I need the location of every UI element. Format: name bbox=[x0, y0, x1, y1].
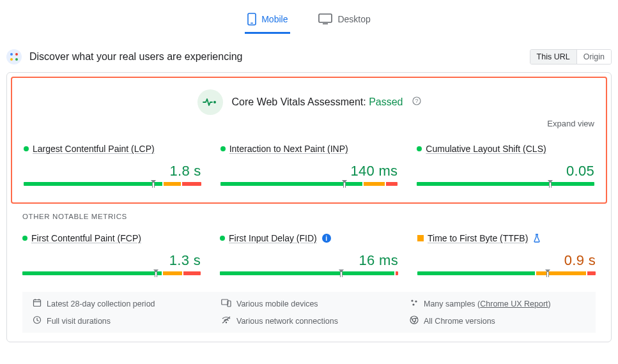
chrome-icon bbox=[410, 315, 419, 326]
crux-logo-icon bbox=[6, 49, 22, 64]
metric-value: 16 ms bbox=[220, 252, 398, 269]
page-title: Discover what your real users are experi… bbox=[29, 51, 242, 63]
metric-value: 1.8 s bbox=[24, 163, 201, 179]
other-metrics-heading: OTHER NOTABLE METRICS bbox=[22, 213, 596, 220]
metric-fcp: First Contentful Paint (FCP)1.3 s bbox=[22, 233, 201, 278]
status-indicator bbox=[220, 236, 225, 241]
tab-mobile-label: Mobile bbox=[261, 14, 288, 24]
distribution-bar bbox=[417, 182, 594, 188]
svg-rect-11 bbox=[34, 300, 41, 307]
metric-value: 1.3 s bbox=[22, 252, 201, 269]
metric-name[interactable]: Cumulative Layout Shift (CLS) bbox=[426, 144, 546, 154]
metric-cls: Cumulative Layout Shift (CLS)0.05 bbox=[417, 144, 594, 188]
footer-devices: Various mobile devices bbox=[221, 298, 397, 309]
status-indicator bbox=[417, 235, 424, 241]
clock-icon bbox=[33, 315, 42, 326]
svg-point-7 bbox=[15, 58, 18, 61]
tab-mobile[interactable]: Mobile bbox=[245, 9, 290, 34]
metric-name[interactable]: First Input Delay (FID) bbox=[229, 233, 317, 243]
footer-samples: Many samples (Chrome UX Report) bbox=[410, 298, 585, 309]
info-icon[interactable]: i bbox=[322, 234, 331, 243]
scope-this-url[interactable]: This URL bbox=[530, 50, 576, 64]
tab-desktop[interactable]: Desktop bbox=[316, 9, 373, 34]
footer-network: Various network connections bbox=[221, 315, 397, 326]
distribution-bar bbox=[220, 271, 398, 278]
svg-point-8 bbox=[213, 101, 216, 103]
devices-icon bbox=[221, 299, 231, 309]
footer-versions: All Chrome versions bbox=[410, 315, 585, 326]
flask-icon[interactable] bbox=[533, 234, 541, 243]
percentile-marker bbox=[339, 269, 344, 277]
footer-info: Latest 28-day collection period Various … bbox=[22, 292, 596, 333]
percentile-marker bbox=[153, 269, 158, 277]
svg-point-5 bbox=[15, 53, 18, 56]
status-indicator bbox=[22, 236, 27, 241]
svg-point-18 bbox=[415, 300, 417, 302]
svg-rect-15 bbox=[222, 300, 228, 305]
percentile-marker bbox=[545, 269, 550, 277]
field-data-card: Core Web Vitals Assessment: Passed ? Exp… bbox=[6, 72, 612, 342]
svg-rect-3 bbox=[323, 24, 328, 25]
percentile-marker bbox=[548, 180, 553, 188]
assessment-status: Passed bbox=[369, 96, 403, 107]
distribution-bar bbox=[220, 182, 398, 188]
samples-icon bbox=[410, 298, 419, 309]
footer-visit: Full visit durations bbox=[33, 315, 208, 326]
distribution-bar bbox=[417, 271, 596, 278]
scope-origin[interactable]: Origin bbox=[576, 50, 611, 64]
svg-point-6 bbox=[10, 58, 13, 61]
metric-value: 0.9 s bbox=[417, 252, 596, 269]
distribution-bar bbox=[24, 182, 201, 188]
network-icon bbox=[221, 316, 231, 326]
svg-point-4 bbox=[10, 53, 13, 56]
metric-name[interactable]: Largest Contentful Paint (LCP) bbox=[33, 144, 155, 154]
metric-value: 140 ms bbox=[220, 163, 398, 179]
pulse-icon bbox=[197, 89, 223, 115]
distribution-bar bbox=[22, 271, 201, 278]
metric-inp: Interaction to Next Paint (INP)140 ms bbox=[220, 144, 398, 188]
status-indicator bbox=[417, 146, 422, 151]
device-tabs: Mobile Desktop bbox=[0, 5, 618, 34]
mobile-icon bbox=[247, 13, 256, 26]
percentile-marker bbox=[342, 180, 347, 188]
svg-text:?: ? bbox=[415, 98, 418, 104]
metric-name[interactable]: First Contentful Paint (FCP) bbox=[31, 233, 141, 243]
metric-value: 0.05 bbox=[417, 163, 594, 179]
status-indicator bbox=[24, 146, 29, 151]
svg-point-19 bbox=[412, 303, 414, 305]
core-web-vitals-section: Core Web Vitals Assessment: Passed ? Exp… bbox=[11, 77, 607, 204]
percentile-marker bbox=[151, 180, 156, 188]
scope-toggle: This URL Origin bbox=[530, 49, 612, 64]
chrome-ux-report-link[interactable]: Chrome UX Report bbox=[480, 300, 548, 308]
metric-name[interactable]: Interaction to Next Paint (INP) bbox=[229, 144, 348, 154]
svg-rect-1 bbox=[251, 23, 253, 24]
metric-fid: First Input Delay (FID)i16 ms bbox=[220, 233, 398, 278]
metric-lcp: Largest Contentful Paint (LCP)1.8 s bbox=[24, 144, 201, 188]
metric-name[interactable]: Time to First Byte (TTFB) bbox=[428, 233, 528, 243]
calendar-icon bbox=[33, 298, 42, 309]
help-icon[interactable]: ? bbox=[412, 96, 421, 108]
assessment-label: Core Web Vitals Assessment: Passed bbox=[232, 96, 403, 108]
svg-rect-2 bbox=[319, 14, 332, 22]
status-indicator bbox=[220, 146, 226, 151]
expand-view-link[interactable]: Expand view bbox=[24, 119, 594, 128]
tab-desktop-label: Desktop bbox=[337, 14, 370, 24]
footer-period: Latest 28-day collection period bbox=[33, 298, 208, 309]
svg-point-17 bbox=[411, 300, 413, 301]
metric-ttfb: Time to First Byte (TTFB)0.9 s bbox=[417, 233, 596, 278]
svg-point-21 bbox=[226, 322, 227, 323]
desktop-icon bbox=[318, 13, 332, 25]
